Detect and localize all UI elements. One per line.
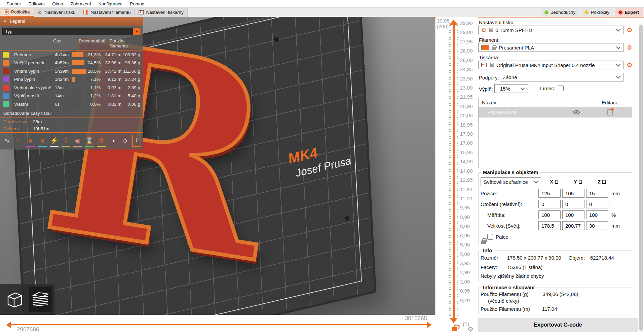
- rotation-y-input[interactable]: [562, 200, 584, 208]
- rotation-z-input[interactable]: [586, 200, 608, 208]
- printer-gear-button[interactable]: ⚙: [626, 61, 634, 69]
- editor-view-button[interactable]: [3, 287, 26, 312]
- menu-item-editovat[interactable]: Editovat: [25, 1, 49, 6]
- layer-slider-bar[interactable]: [453, 25, 455, 318]
- mode-expert[interactable]: Expert: [615, 8, 643, 17]
- visibility-eye-icon[interactable]: [565, 110, 588, 115]
- menu-item-konfigurace[interactable]: Konfigurace: [94, 1, 126, 6]
- errors-status: Nebyly zjištěny žádné chyby: [481, 273, 544, 279]
- total-time: Celkem: 19h51m: [0, 125, 143, 132]
- axis-box-icon: [555, 180, 558, 184]
- pause-prints-icon[interactable]: ⌛: [85, 137, 94, 147]
- infill-select[interactable]: 15%: [494, 84, 528, 93]
- horizontal-slider[interactable]: [11, 324, 427, 325]
- menu-item-soubor[interactable]: Soubor: [3, 1, 25, 6]
- layer-slider-top-handle[interactable]: [450, 20, 458, 25]
- info-group: Info Rozměr: 178,50 x 200,77 x 30,00 Obj…: [478, 250, 632, 282]
- feature-percent: 0,0%: [87, 102, 101, 107]
- size-y-input[interactable]: [562, 221, 584, 230]
- menu-item-pomoc[interactable]: Pomoc: [126, 1, 148, 6]
- viewport-3d[interactable]: MK4 Josef Prusa R ▼ Legend Typ ▼ Čas Pro…: [0, 17, 435, 315]
- first-layer-time: První vrstva: 25m: [0, 118, 143, 125]
- used-filament-g-sub: (včetně cívky): [488, 298, 519, 304]
- scale-x-input[interactable]: [538, 210, 561, 219]
- legend-type-select[interactable]: Typ ▼: [2, 28, 141, 35]
- volume-value: 622718,44: [590, 255, 614, 261]
- legend-row: Vlastní6s0,0%0.02 m0.06 g: [0, 100, 143, 108]
- layer-tick-label: 21,95: [460, 94, 473, 100]
- axis-z-header: Z: [598, 179, 606, 185]
- print-settings-gear-button[interactable]: ⚙: [626, 26, 634, 34]
- position-z-input[interactable]: [586, 189, 608, 198]
- tab-nastavení-tisku[interactable]: ⚙Nastavení tisku: [34, 8, 80, 17]
- layer-tick-label: 0,95: [460, 288, 473, 294]
- color-changes-icon[interactable]: ◉: [73, 137, 82, 147]
- menu-item-zobrazení[interactable]: Zobrazení: [67, 1, 95, 6]
- brim-checkbox[interactable]: [558, 86, 564, 91]
- menu-item-okno[interactable]: Okno: [48, 1, 67, 6]
- wipe-icon[interactable]: ☞: [14, 137, 23, 147]
- printer-select[interactable]: Original Prusa MK4 Input Shaper 0.4 nozz…: [478, 61, 623, 69]
- export-gcode-button[interactable]: Exportovat G-code: [478, 318, 638, 332]
- collapse-triangle-icon: ▼: [3, 20, 7, 23]
- mode-jednoduchý[interactable]: Jednoduchý: [541, 8, 579, 17]
- scale-z-input[interactable]: [586, 210, 608, 219]
- layer-tick-label: 24,95: [460, 66, 473, 72]
- slider-left-arrow[interactable]: [6, 322, 11, 328]
- position-y-input[interactable]: [562, 189, 584, 198]
- unlock-icon[interactable]: [452, 327, 457, 331]
- preview-view-button[interactable]: [29, 287, 52, 312]
- size-z-input[interactable]: [586, 221, 608, 230]
- mode-pokročilý[interactable]: Pokročilý: [581, 8, 613, 17]
- slider-settings-gear-icon[interactable]: ⚙: [467, 325, 473, 333]
- travels-icon[interactable]: ∿: [3, 137, 11, 147]
- dropdown-arrow-icon[interactable]: ▼: [133, 28, 141, 35]
- position-x-input[interactable]: [538, 189, 561, 198]
- tab-nastavení-filamentu[interactable]: Nastavení filamentu: [79, 8, 135, 17]
- tab-bar: Podložka⚙Nastavení tiskuNastavení filame…: [0, 7, 644, 17]
- percent-bar: [72, 60, 87, 65]
- tab-nastavení-tiskárny[interactable]: Nastavení tiskárny: [135, 8, 188, 17]
- tab-podložka[interactable]: Podložka: [0, 8, 34, 17]
- rotation-x-input[interactable]: [538, 200, 561, 208]
- object-row[interactable]: R10soska.stl: [479, 107, 632, 118]
- size-label: Rozměr:: [481, 255, 500, 261]
- supports-select[interactable]: Žádné: [500, 73, 623, 81]
- object-edit-icon[interactable]: [607, 109, 613, 115]
- legend-header[interactable]: ▼ Legend: [0, 17, 143, 26]
- size-x-input[interactable]: [538, 221, 561, 230]
- tool-changes-icon[interactable]: ↧: [62, 137, 70, 147]
- facets-value: 15386 (1 stěna): [507, 264, 542, 270]
- axis-x-header: X: [550, 179, 558, 185]
- chevron-down-icon: [534, 179, 538, 183]
- feature-percent: 1,2%: [87, 93, 101, 98]
- slider-right-arrow[interactable]: [427, 322, 432, 328]
- object-list: Název Editace R10soska.stl: [478, 98, 632, 168]
- deretractions-icon[interactable]: «: [26, 137, 35, 147]
- mode-dot-icon: [618, 10, 622, 14]
- inches-checkbox[interactable]: [487, 234, 493, 240]
- seams-icon[interactable]: ⚡: [50, 137, 59, 147]
- legend-toolbar: ∿☞««⚡↧◉⌛⚙◑◇↓: [0, 133, 143, 149]
- coordinate-system-select[interactable]: Světové souřadnice: [481, 177, 541, 186]
- feature-time: 4h52m: [55, 60, 72, 65]
- custom-gcode-icon[interactable]: ⚙: [97, 137, 106, 147]
- print-settings-select[interactable]: ⚙ 0.15mm SPEED: [478, 26, 623, 34]
- axis-box-icon: [579, 180, 582, 184]
- filament-select[interactable]: Prusament PLA: [478, 43, 623, 52]
- layer-tick-label: 23,00: [460, 85, 473, 91]
- retractions-icon[interactable]: «: [38, 137, 47, 147]
- tool-marker-icon[interactable]: ↓: [132, 135, 141, 147]
- center-of-mass-icon[interactable]: ◑: [109, 137, 117, 147]
- feature-name: Vrchní plné výplně: [14, 85, 55, 90]
- percent-bar: [72, 77, 87, 82]
- filament-gear-button[interactable]: ⚙: [626, 43, 634, 52]
- scrollbar-thumb[interactable]: [639, 25, 643, 331]
- uniform-scale-lock-icon[interactable]: [481, 240, 486, 244]
- feature-length: 0.02 m: [101, 102, 121, 107]
- layer-tick-label: 3,95: [460, 260, 473, 266]
- scale-y-input[interactable]: [562, 210, 584, 219]
- shells-icon[interactable]: ◇: [120, 137, 129, 147]
- feature-color-swatch: [3, 85, 9, 91]
- layer-slider-bottom-handle[interactable]: [450, 318, 458, 323]
